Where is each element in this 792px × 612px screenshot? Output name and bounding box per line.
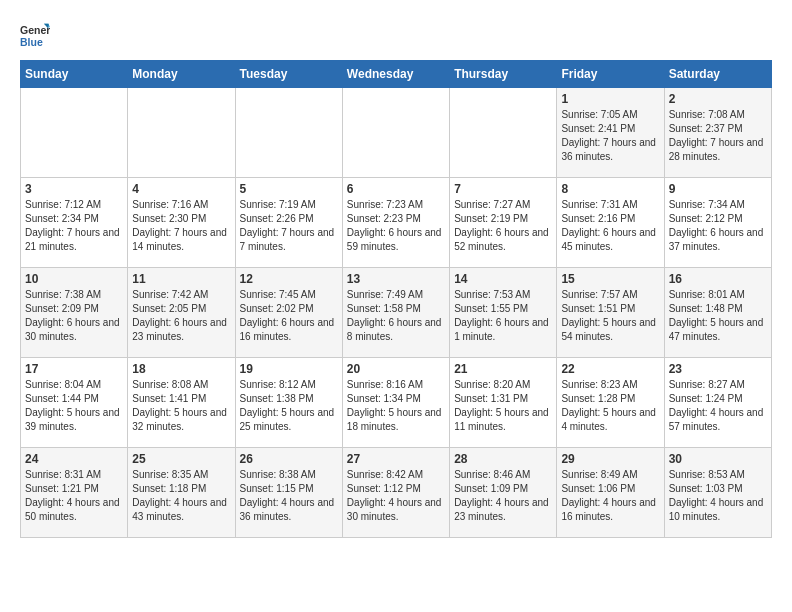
weekday-header-tuesday: Tuesday xyxy=(235,61,342,88)
calendar-cell xyxy=(21,88,128,178)
day-number: 29 xyxy=(561,452,659,466)
calendar-cell: 5Sunrise: 7:19 AMSunset: 2:26 PMDaylight… xyxy=(235,178,342,268)
calendar-cell: 22Sunrise: 8:23 AMSunset: 1:28 PMDayligh… xyxy=(557,358,664,448)
day-number: 24 xyxy=(25,452,123,466)
calendar-cell: 10Sunrise: 7:38 AMSunset: 2:09 PMDayligh… xyxy=(21,268,128,358)
calendar-week-1: 1Sunrise: 7:05 AMSunset: 2:41 PMDaylight… xyxy=(21,88,772,178)
calendar-week-3: 10Sunrise: 7:38 AMSunset: 2:09 PMDayligh… xyxy=(21,268,772,358)
day-number: 12 xyxy=(240,272,338,286)
calendar-cell xyxy=(450,88,557,178)
day-info: Sunrise: 7:34 AMSunset: 2:12 PMDaylight:… xyxy=(669,198,767,254)
day-info: Sunrise: 7:49 AMSunset: 1:58 PMDaylight:… xyxy=(347,288,445,344)
day-number: 26 xyxy=(240,452,338,466)
day-info: Sunrise: 8:27 AMSunset: 1:24 PMDaylight:… xyxy=(669,378,767,434)
weekday-header-wednesday: Wednesday xyxy=(342,61,449,88)
calendar-cell xyxy=(128,88,235,178)
day-info: Sunrise: 8:16 AMSunset: 1:34 PMDaylight:… xyxy=(347,378,445,434)
calendar-cell: 4Sunrise: 7:16 AMSunset: 2:30 PMDaylight… xyxy=(128,178,235,268)
day-info: Sunrise: 7:27 AMSunset: 2:19 PMDaylight:… xyxy=(454,198,552,254)
day-info: Sunrise: 8:49 AMSunset: 1:06 PMDaylight:… xyxy=(561,468,659,524)
day-info: Sunrise: 7:05 AMSunset: 2:41 PMDaylight:… xyxy=(561,108,659,164)
day-info: Sunrise: 7:45 AMSunset: 2:02 PMDaylight:… xyxy=(240,288,338,344)
day-info: Sunrise: 7:12 AMSunset: 2:34 PMDaylight:… xyxy=(25,198,123,254)
day-number: 22 xyxy=(561,362,659,376)
calendar-cell: 21Sunrise: 8:20 AMSunset: 1:31 PMDayligh… xyxy=(450,358,557,448)
day-info: Sunrise: 8:42 AMSunset: 1:12 PMDaylight:… xyxy=(347,468,445,524)
calendar-cell: 6Sunrise: 7:23 AMSunset: 2:23 PMDaylight… xyxy=(342,178,449,268)
calendar-cell: 18Sunrise: 8:08 AMSunset: 1:41 PMDayligh… xyxy=(128,358,235,448)
day-number: 6 xyxy=(347,182,445,196)
day-info: Sunrise: 8:23 AMSunset: 1:28 PMDaylight:… xyxy=(561,378,659,434)
calendar-cell: 3Sunrise: 7:12 AMSunset: 2:34 PMDaylight… xyxy=(21,178,128,268)
day-number: 18 xyxy=(132,362,230,376)
calendar-cell: 29Sunrise: 8:49 AMSunset: 1:06 PMDayligh… xyxy=(557,448,664,538)
day-number: 4 xyxy=(132,182,230,196)
day-number: 7 xyxy=(454,182,552,196)
logo: General Blue xyxy=(20,20,50,50)
calendar-week-2: 3Sunrise: 7:12 AMSunset: 2:34 PMDaylight… xyxy=(21,178,772,268)
day-number: 28 xyxy=(454,452,552,466)
page-header: General Blue xyxy=(20,20,772,50)
calendar-cell: 30Sunrise: 8:53 AMSunset: 1:03 PMDayligh… xyxy=(664,448,771,538)
day-number: 20 xyxy=(347,362,445,376)
calendar-table: SundayMondayTuesdayWednesdayThursdayFrid… xyxy=(20,60,772,538)
calendar-cell: 26Sunrise: 8:38 AMSunset: 1:15 PMDayligh… xyxy=(235,448,342,538)
calendar-cell: 15Sunrise: 7:57 AMSunset: 1:51 PMDayligh… xyxy=(557,268,664,358)
day-number: 30 xyxy=(669,452,767,466)
calendar-cell xyxy=(342,88,449,178)
day-info: Sunrise: 8:38 AMSunset: 1:15 PMDaylight:… xyxy=(240,468,338,524)
day-number: 8 xyxy=(561,182,659,196)
day-number: 15 xyxy=(561,272,659,286)
calendar-cell: 20Sunrise: 8:16 AMSunset: 1:34 PMDayligh… xyxy=(342,358,449,448)
day-info: Sunrise: 7:42 AMSunset: 2:05 PMDaylight:… xyxy=(132,288,230,344)
day-info: Sunrise: 8:08 AMSunset: 1:41 PMDaylight:… xyxy=(132,378,230,434)
day-number: 17 xyxy=(25,362,123,376)
day-number: 16 xyxy=(669,272,767,286)
weekday-header-monday: Monday xyxy=(128,61,235,88)
day-info: Sunrise: 8:04 AMSunset: 1:44 PMDaylight:… xyxy=(25,378,123,434)
calendar-cell: 16Sunrise: 8:01 AMSunset: 1:48 PMDayligh… xyxy=(664,268,771,358)
day-number: 13 xyxy=(347,272,445,286)
day-number: 2 xyxy=(669,92,767,106)
calendar-week-4: 17Sunrise: 8:04 AMSunset: 1:44 PMDayligh… xyxy=(21,358,772,448)
calendar-cell: 8Sunrise: 7:31 AMSunset: 2:16 PMDaylight… xyxy=(557,178,664,268)
calendar-cell: 9Sunrise: 7:34 AMSunset: 2:12 PMDaylight… xyxy=(664,178,771,268)
day-number: 21 xyxy=(454,362,552,376)
day-info: Sunrise: 7:23 AMSunset: 2:23 PMDaylight:… xyxy=(347,198,445,254)
day-info: Sunrise: 7:08 AMSunset: 2:37 PMDaylight:… xyxy=(669,108,767,164)
day-info: Sunrise: 7:16 AMSunset: 2:30 PMDaylight:… xyxy=(132,198,230,254)
day-number: 27 xyxy=(347,452,445,466)
logo-icon: General Blue xyxy=(20,20,50,50)
day-info: Sunrise: 7:57 AMSunset: 1:51 PMDaylight:… xyxy=(561,288,659,344)
calendar-cell: 14Sunrise: 7:53 AMSunset: 1:55 PMDayligh… xyxy=(450,268,557,358)
calendar-cell: 7Sunrise: 7:27 AMSunset: 2:19 PMDaylight… xyxy=(450,178,557,268)
day-number: 10 xyxy=(25,272,123,286)
day-info: Sunrise: 8:46 AMSunset: 1:09 PMDaylight:… xyxy=(454,468,552,524)
calendar-cell: 23Sunrise: 8:27 AMSunset: 1:24 PMDayligh… xyxy=(664,358,771,448)
day-info: Sunrise: 7:53 AMSunset: 1:55 PMDaylight:… xyxy=(454,288,552,344)
day-info: Sunrise: 8:12 AMSunset: 1:38 PMDaylight:… xyxy=(240,378,338,434)
day-info: Sunrise: 7:38 AMSunset: 2:09 PMDaylight:… xyxy=(25,288,123,344)
day-number: 14 xyxy=(454,272,552,286)
calendar-cell: 2Sunrise: 7:08 AMSunset: 2:37 PMDaylight… xyxy=(664,88,771,178)
day-number: 5 xyxy=(240,182,338,196)
calendar-cell: 11Sunrise: 7:42 AMSunset: 2:05 PMDayligh… xyxy=(128,268,235,358)
calendar-cell: 25Sunrise: 8:35 AMSunset: 1:18 PMDayligh… xyxy=(128,448,235,538)
calendar-cell: 12Sunrise: 7:45 AMSunset: 2:02 PMDayligh… xyxy=(235,268,342,358)
calendar-cell: 13Sunrise: 7:49 AMSunset: 1:58 PMDayligh… xyxy=(342,268,449,358)
calendar-week-5: 24Sunrise: 8:31 AMSunset: 1:21 PMDayligh… xyxy=(21,448,772,538)
day-info: Sunrise: 8:35 AMSunset: 1:18 PMDaylight:… xyxy=(132,468,230,524)
calendar-cell: 1Sunrise: 7:05 AMSunset: 2:41 PMDaylight… xyxy=(557,88,664,178)
calendar-cell: 28Sunrise: 8:46 AMSunset: 1:09 PMDayligh… xyxy=(450,448,557,538)
weekday-header-friday: Friday xyxy=(557,61,664,88)
weekday-header-sunday: Sunday xyxy=(21,61,128,88)
day-number: 1 xyxy=(561,92,659,106)
day-info: Sunrise: 8:20 AMSunset: 1:31 PMDaylight:… xyxy=(454,378,552,434)
svg-text:Blue: Blue xyxy=(20,36,43,48)
day-info: Sunrise: 8:31 AMSunset: 1:21 PMDaylight:… xyxy=(25,468,123,524)
weekday-header-thursday: Thursday xyxy=(450,61,557,88)
day-number: 9 xyxy=(669,182,767,196)
day-info: Sunrise: 8:53 AMSunset: 1:03 PMDaylight:… xyxy=(669,468,767,524)
day-number: 19 xyxy=(240,362,338,376)
day-number: 25 xyxy=(132,452,230,466)
